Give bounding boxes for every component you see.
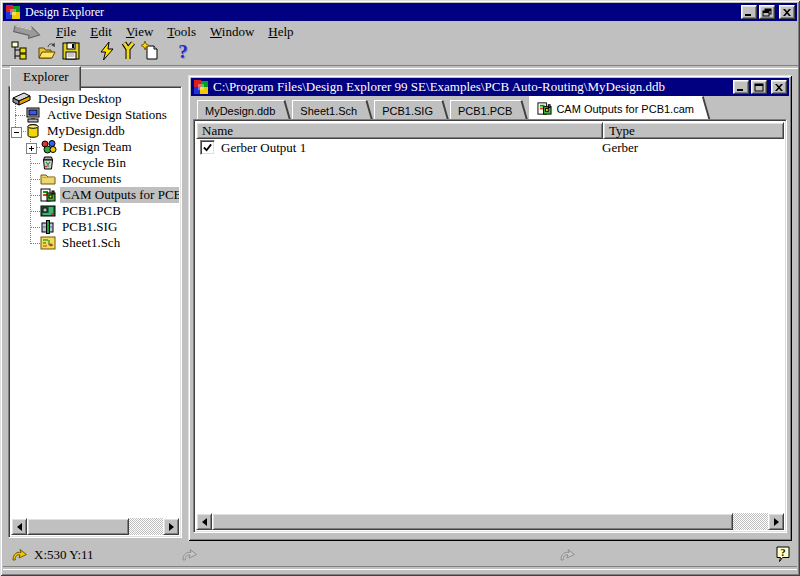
new-document-button[interactable] — [139, 40, 163, 64]
row-name: Gerber Output 1 — [221, 140, 306, 156]
restore-button[interactable] — [759, 5, 775, 19]
document-maximize-button[interactable] — [751, 80, 767, 94]
menu-bar: File Edit View Tools Window Help — [3, 22, 797, 41]
run-button[interactable] — [95, 40, 119, 64]
folder-icon — [40, 171, 56, 187]
menu-item-help[interactable]: Help — [261, 23, 300, 41]
tree-item-sheet1-sch[interactable]: Sheet1.Sch — [11, 235, 179, 251]
app-logo-icon[interactable] — [5, 4, 21, 20]
tab-sheet1-sch[interactable]: Sheet1.Sch — [292, 100, 364, 119]
tab-pcb1-pcb[interactable]: PCB1.PCB — [450, 100, 519, 119]
explorer-toggle-icon — [9, 41, 29, 64]
toggle-explorer-button[interactable] — [7, 40, 31, 64]
save-document-button[interactable] — [59, 40, 83, 64]
tree-item-label: Recycle Bin — [60, 155, 128, 171]
tree-item-label: Sheet1.Sch — [60, 235, 122, 251]
design-tree-viewport: Design Desktop Active Design Stations My… — [11, 89, 179, 516]
tab-label: PCB1.SIG — [382, 105, 433, 117]
scrollbar-thumb[interactable] — [27, 518, 129, 535]
jump-arrow-disabled-icon — [559, 548, 576, 566]
svg-text:?: ? — [781, 547, 786, 558]
tree-item-label: Design Team — [61, 139, 134, 155]
document-title-bar[interactable]: C:\Program Files\Design Explorer 99 SE\E… — [191, 78, 789, 96]
schematic-document-icon — [40, 235, 56, 251]
close-button[interactable] — [779, 5, 795, 19]
document-tab-bar: MyDesign.ddb Sheet1.Sch PCB1.SIG PCB1.PC… — [191, 96, 789, 119]
scroll-left-button[interactable] — [196, 513, 212, 530]
tree-item-recycle-bin[interactable]: Recycle Bin — [11, 155, 179, 171]
tab-explorer[interactable]: Explorer — [10, 66, 81, 91]
document-title: C:\Program Files\Design Explorer 99 SE\E… — [213, 79, 733, 95]
scrollbar-track[interactable] — [129, 518, 163, 535]
document-minimize-button[interactable] — [733, 80, 749, 94]
menu-item-tools[interactable]: Tools — [160, 23, 203, 41]
tree-item-cam-outputs[interactable]: CAM Outputs for PCB1.cam — [11, 187, 179, 203]
explorer-h-scrollbar[interactable] — [11, 518, 179, 535]
tree-item-active-design-stations[interactable]: Active Design Stations — [11, 107, 179, 123]
column-header-label: Name — [202, 123, 233, 139]
title-bar[interactable]: Design Explorer — [3, 3, 797, 21]
tree-item-pcb1-pcb[interactable]: PCB1.PCB — [11, 203, 179, 219]
scrollbar-track[interactable] — [733, 513, 768, 530]
open-document-button[interactable] — [35, 40, 59, 64]
row-name-cell: Gerber Output 1 — [196, 140, 596, 156]
triangle-right-icon — [774, 518, 779, 526]
tree-item-label: Documents — [60, 171, 123, 187]
jump-arrow-icon[interactable] — [11, 548, 28, 566]
tab-mydesign-ddb[interactable]: MyDesign.ddb — [197, 100, 282, 119]
collapse-box-minus[interactable] — [11, 127, 22, 138]
scrollbar-thumb[interactable] — [212, 513, 733, 530]
tab-cam-outputs[interactable]: CAM Outputs for PCB1.cam — [529, 96, 701, 119]
tree-item-documents[interactable]: Documents — [11, 171, 179, 187]
cam-outputs-list: Name Type Gerber Output 1 Gerber — [193, 119, 787, 533]
tree-item-mydesign-ddb[interactable]: MyDesign.ddb — [11, 123, 179, 139]
document-close-button[interactable] — [771, 80, 787, 94]
menu-item-window[interactable]: Window — [203, 23, 261, 41]
desktop-icon — [11, 91, 32, 107]
tab-pcb1-sig[interactable]: PCB1.SIG — [374, 100, 440, 119]
menu-item-file[interactable]: File — [49, 23, 83, 41]
tree-item-label-selected: CAM Outputs for PCB1.cam — [60, 187, 179, 203]
tree-item-label: Active Design Stations — [45, 107, 169, 123]
menu-pulldown-arrow-icon[interactable] — [13, 25, 43, 39]
preferences-button[interactable] — [117, 40, 141, 64]
explorer-panel: Explorer Design — [8, 66, 182, 538]
scroll-right-button[interactable] — [768, 513, 784, 530]
tree-item-design-desktop[interactable]: Design Desktop — [11, 91, 179, 107]
question-mark-icon: ? — [178, 41, 188, 63]
triangle-left-icon — [202, 518, 207, 526]
tree-item-label: PCB1.SIG — [60, 219, 119, 235]
new-document-icon — [141, 41, 161, 64]
help-button[interactable]: ? — [171, 40, 195, 64]
expand-box-plus[interactable] — [26, 143, 37, 154]
team-icon — [40, 139, 57, 155]
tree-item-pcb1-sig[interactable]: PCB1.SIG — [11, 219, 179, 235]
signal-document-icon — [40, 219, 56, 235]
scroll-right-button[interactable] — [163, 518, 179, 535]
design-tree: Design Desktop Active Design Stations My… — [8, 86, 182, 538]
menu-item-view[interactable]: View — [119, 23, 160, 41]
cam-tab-icon — [537, 101, 552, 116]
pcb-document-icon — [40, 203, 56, 219]
triangle-left-icon — [17, 523, 22, 531]
status-bar: X:530 Y:11 ? — [3, 544, 797, 566]
app-window: Design Explorer File Edit View Tools Win… — [0, 0, 800, 576]
document-icon[interactable] — [193, 79, 209, 95]
minimize-button[interactable] — [741, 5, 757, 19]
menu-item-edit[interactable]: Edit — [83, 23, 119, 41]
toolbar: ? — [3, 40, 797, 65]
document-window-controls — [733, 80, 787, 94]
row-checkbox[interactable] — [200, 140, 215, 155]
tree-item-label: PCB1.PCB — [60, 203, 123, 219]
help-balloon-icon[interactable]: ? — [775, 546, 791, 567]
open-folder-icon — [37, 41, 57, 64]
column-header-name[interactable]: Name — [196, 122, 603, 139]
table-row[interactable]: Gerber Output 1 Gerber — [196, 139, 784, 156]
column-header-type[interactable]: Type — [603, 122, 784, 139]
tree-item-label: MyDesign.ddb — [45, 123, 127, 139]
lightning-icon — [97, 41, 117, 64]
wrench-icon — [119, 41, 139, 64]
column-header-label: Type — [609, 123, 635, 139]
document-h-scrollbar[interactable] — [196, 513, 784, 530]
scroll-left-button[interactable] — [11, 518, 27, 535]
